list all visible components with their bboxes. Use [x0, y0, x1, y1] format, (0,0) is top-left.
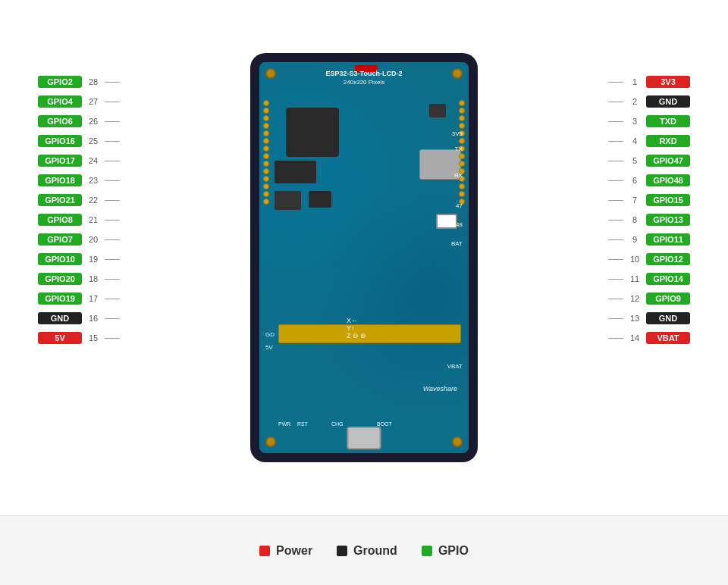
board-48-label: 48 — [456, 221, 463, 228]
board-rx-label: RX — [454, 172, 463, 179]
pin-number: 11 — [626, 274, 643, 283]
left-pin-row: GPIO2122 — [38, 190, 120, 210]
left-pin-row: GPIO1019 — [38, 249, 120, 269]
pin-label: GPIO20 — [38, 273, 82, 285]
right-pin-row: 9GPIO11 — [608, 230, 690, 249]
left-pin-row: GPIO427 — [38, 92, 120, 111]
board-pcb: ESP32-S3-Touch-LCD-2 240x320 Pixels X←Y↑… — [259, 62, 469, 453]
mount-hole-br — [452, 436, 463, 447]
pin-number: 19 — [85, 255, 102, 264]
pin-number: 10 — [626, 255, 643, 264]
left-pin-row: GPIO2018 — [38, 269, 120, 289]
pin-number: 21 — [85, 215, 102, 224]
pin-line — [105, 338, 120, 339]
pin-line — [608, 200, 623, 201]
pin-number: 18 — [85, 274, 102, 283]
bat-connector — [436, 214, 457, 229]
left-pin-row: GPIO626 — [38, 111, 120, 131]
pin-label: GPIO10 — [38, 253, 82, 265]
pin-line — [105, 180, 120, 181]
legend-color-dot — [337, 546, 347, 556]
pin-line — [608, 82, 623, 83]
pin-label: GPIO11 — [646, 233, 690, 246]
right-pin-row: 14VBAT — [608, 328, 690, 348]
pin-label: GPIO19 — [38, 292, 82, 305]
left-pin-dot — [263, 199, 269, 205]
pin-label: GND — [646, 312, 690, 324]
legend-item: GPIO — [422, 544, 469, 558]
pin-label: GPIO15 — [646, 194, 690, 206]
left-pin-row: GPIO720 — [38, 230, 120, 249]
pin-label: GPIO16 — [38, 135, 82, 147]
left-pin-dot — [263, 123, 269, 129]
right-pin-dot — [459, 153, 465, 159]
pin-line — [608, 259, 623, 260]
pin-label: GPIO17 — [38, 155, 82, 167]
pin-line — [608, 161, 623, 161]
legend-color-dot — [259, 546, 270, 556]
left-pin-dot — [263, 145, 269, 152]
pin-number: 7 — [626, 196, 643, 205]
pin-line — [608, 299, 623, 299]
pin-line — [608, 338, 623, 339]
right-pin-dot — [459, 123, 465, 129]
board-wrapper: ESP32-S3-Touch-LCD-2 240x320 Pixels X←Y↑… — [250, 53, 478, 462]
pin-number: 25 — [85, 136, 102, 145]
right-pin-row: 6GPIO48 — [608, 170, 690, 190]
pin-line — [608, 121, 623, 122]
pin-label: GND — [38, 312, 82, 324]
pin-label: TXD — [646, 115, 690, 127]
right-labels: 13V32GND3TXD4RXD5GPIO476GPIO487GPIO158GP… — [608, 72, 690, 348]
right-pin-dot — [459, 115, 465, 121]
left-pin-dot — [263, 183, 269, 189]
left-pin-dot — [263, 168, 269, 174]
pin-label: GPIO7 — [38, 233, 82, 246]
pin-label: GND — [646, 95, 690, 108]
usb-connector — [347, 427, 381, 449]
pin-dots-left — [263, 100, 269, 205]
pin-label: GPIO2 — [38, 76, 82, 88]
board-gd-label: GD — [265, 331, 275, 338]
pin-line — [105, 299, 120, 299]
pin-number: 1 — [626, 77, 643, 86]
right-pin-row: 12GPIO9 — [608, 289, 690, 308]
pin-line — [608, 279, 623, 280]
rst-label: RST — [297, 421, 308, 427]
pin-line — [105, 102, 120, 102]
left-pin-dot — [263, 130, 269, 136]
pin-line — [608, 180, 623, 181]
left-pin-row: GPIO1724 — [38, 151, 120, 170]
pin-number: 20 — [85, 235, 102, 244]
pin-number: 6 — [626, 176, 643, 185]
left-pin-row: GPIO1625 — [38, 131, 120, 151]
pin-line — [105, 239, 120, 240]
left-pin-row: GPIO1917 — [38, 289, 120, 308]
right-pin-dot — [459, 108, 465, 114]
right-pin-row: 7GPIO15 — [608, 190, 690, 210]
legend-label: GPIO — [438, 544, 469, 558]
pin-label: GPIO47 — [646, 155, 690, 167]
legend-label: Ground — [353, 544, 397, 558]
pin-line — [105, 318, 120, 319]
pin-line — [608, 239, 623, 240]
legend-item: Ground — [337, 544, 397, 558]
small-chip-2 — [275, 161, 316, 183]
left-pin-row: GPIO1823 — [38, 170, 120, 190]
pin-number: 14 — [626, 333, 643, 343]
pin-label: GPIO4 — [38, 95, 82, 108]
board-tx-label: TX — [455, 145, 463, 152]
left-pin-row: GND16 — [38, 308, 120, 328]
board-vbat-label: VBAT — [447, 363, 463, 370]
pin-line — [105, 200, 120, 201]
pin-line — [608, 220, 623, 221]
right-pin-row: 13GND — [608, 308, 690, 328]
axis-indicator: X←Y↑Z ⊖ ⊕ — [347, 317, 367, 339]
pin-number: 15 — [85, 333, 102, 343]
left-pin-dot — [263, 108, 269, 114]
pin-label: GPIO9 — [646, 292, 690, 305]
pin-dots-right — [459, 100, 465, 205]
pin-line — [105, 279, 120, 280]
mount-hole-tl — [265, 68, 276, 79]
pin-label: GPIO12 — [646, 253, 690, 265]
pin-label: GPIO6 — [38, 115, 82, 127]
